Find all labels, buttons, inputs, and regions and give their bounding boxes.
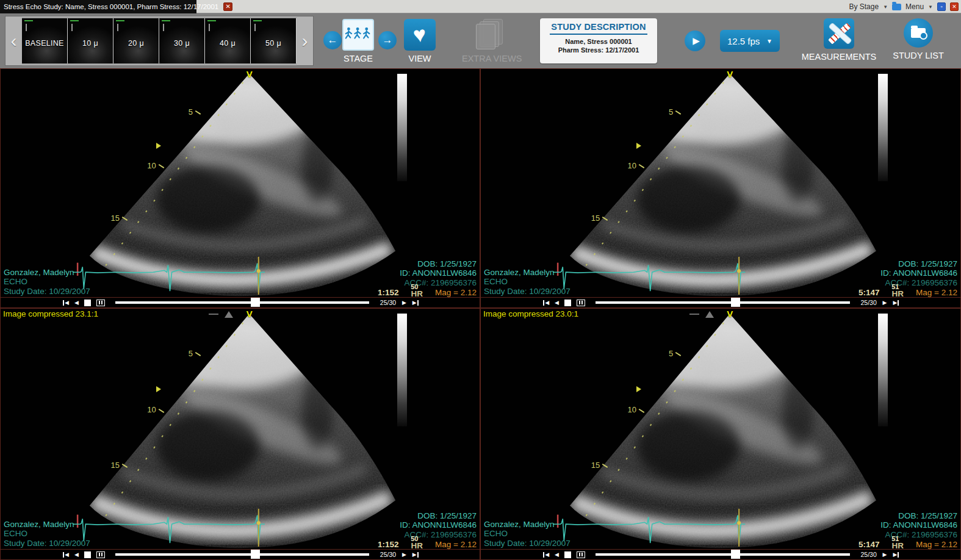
skip-last-frame-button[interactable]: ▶ (412, 552, 419, 558)
stop-button[interactable] (84, 300, 91, 306)
step-back-button[interactable]: ◀ (555, 552, 559, 558)
skip-first-frame-button[interactable]: ◀ (63, 300, 69, 306)
play-cine-button[interactable]: ▶ (402, 300, 406, 306)
quadrant-grid: V 5 10 15 Gonzalez, Madelyn ECHO Study D… (0, 68, 961, 560)
skip-last-frame-button[interactable]: ▶ (412, 300, 419, 306)
skip-first-frame-button[interactable]: ◀ (543, 552, 549, 558)
stop-button[interactable] (564, 300, 571, 306)
stage-thumb-label: 20 μ (113, 39, 159, 48)
modality-label: ECHO (4, 277, 90, 287)
stress-echo-app: Stress Echo Study: Name, Stress 000001, … (0, 0, 961, 560)
stage-thumb[interactable]: 10 μ (68, 18, 113, 63)
heart-rate-value: 51 (891, 284, 899, 290)
stage-thumb[interactable]: 50 μ (251, 18, 297, 63)
step-back-button[interactable]: ◀ (555, 300, 559, 306)
frame-index: 5:147 (858, 288, 880, 297)
echo-quadrant: Image compressed 23.0:1 V 5 10 15 Gonzal… (480, 308, 961, 560)
prev-stage-button[interactable]: ← (323, 31, 342, 49)
cine-scrubber[interactable] (596, 301, 850, 304)
stage-thumb[interactable]: 30 μ (159, 18, 205, 63)
apex-orientation-marker: V (247, 309, 253, 319)
study-date: Study Date: 10/29/2007 (484, 287, 570, 296)
patient-info: Gonzalez, Madelyn ECHO Study Date: 10/29… (4, 268, 90, 296)
play-cine-button[interactable]: ▶ (883, 552, 887, 558)
measurements-button[interactable]: MEASUREMENTS (799, 18, 879, 62)
pause-button[interactable] (96, 551, 105, 558)
depth-label-10: 10 (147, 161, 163, 170)
heart-rate: 51 HR (892, 284, 904, 297)
study-date: Study Date: 10/29/2007 (484, 539, 570, 548)
image-stats: 5:147 51 HR Mag = 2.12 (858, 284, 957, 297)
study-description-button[interactable]: STUDY DESCRIPTION Name, Stress 000001 Ph… (540, 18, 657, 63)
stop-button[interactable] (564, 551, 571, 558)
by-stage-dropdown[interactable]: By Stage (849, 2, 879, 11)
apex-orientation-marker: V (727, 69, 733, 79)
pause-button[interactable] (96, 300, 105, 306)
scrubber-thumb[interactable] (731, 550, 740, 559)
menu-folder-icon[interactable] (892, 4, 901, 10)
by-stage-caret-icon[interactable]: ▼ (883, 4, 888, 10)
play-cine-button[interactable]: ▶ (883, 300, 887, 306)
echo-quadrant: V 5 10 15 Gonzalez, Madelyn ECHO Study D… (0, 68, 480, 308)
menu-caret-icon[interactable]: ▼ (928, 4, 933, 10)
play-all-button[interactable]: ▶ (685, 31, 705, 51)
probe-marker-dash (209, 314, 218, 315)
measurements-label: MEASUREMENTS (802, 52, 876, 62)
image-stats: 1:152 50 HR Mag = 2.12 (378, 536, 477, 549)
stage-scroll-right[interactable]: › (297, 16, 313, 65)
step-back-button[interactable]: ◀ (74, 552, 79, 558)
scrubber-thumb[interactable] (731, 298, 740, 307)
cine-scrubber[interactable] (115, 553, 369, 556)
skip-first-frame-button[interactable]: ◀ (63, 552, 69, 558)
extra-views-button[interactable]: EXTRA VIEWS (462, 19, 522, 63)
ecg-trace (73, 508, 283, 548)
stage-thumb[interactable]: BASELINE (22, 18, 68, 63)
stage-thumb[interactable]: 40 μ (205, 18, 251, 63)
frame-counter: 25/30 (858, 299, 879, 306)
stage-button[interactable]: STAGE (342, 19, 374, 63)
tab-close-icon[interactable]: ✕ (223, 2, 232, 11)
heart-rate-label: HR (411, 542, 423, 549)
close-button[interactable]: ✕ (950, 2, 959, 11)
compression-label: Image compressed 23.1:1 (3, 309, 98, 318)
cine-transport-bar: ◀ ◀ 25/30 ▶ ▶ (1, 297, 480, 307)
echo-quadrant: Image compressed 23.1:1 V 5 10 15 Gonzal… (0, 308, 480, 560)
cine-scrubber[interactable] (596, 553, 850, 556)
stage-scroll-left[interactable]: ‹ (5, 16, 22, 65)
probe-marker (225, 311, 233, 318)
stage-thumb[interactable]: 20 μ (113, 18, 159, 63)
skip-last-frame-button[interactable]: ▶ (893, 552, 899, 558)
menu-dropdown[interactable]: Menu (905, 2, 924, 11)
study-tab-title: Stress Echo Study: Name, Stress 000001, … (4, 3, 218, 10)
depth-label-10: 10 (628, 405, 644, 414)
depth-label-15: 15 (591, 461, 607, 470)
scrubber-thumb[interactable] (251, 298, 260, 307)
heart-rate-label: HR (892, 542, 904, 549)
play-cine-button[interactable]: ▶ (402, 552, 406, 558)
patient-info: Gonzalez, Madelyn ECHO Study Date: 10/29… (484, 520, 570, 548)
pause-button[interactable] (577, 300, 585, 306)
probe-marker (705, 311, 714, 318)
grayscale-bar (397, 314, 407, 426)
next-stage-button[interactable]: → (378, 31, 397, 49)
magnification: Mag = 2.12 (435, 288, 477, 297)
skip-first-frame-button[interactable]: ◀ (543, 300, 549, 306)
cine-scrubber[interactable] (115, 301, 369, 304)
scrubber-thumb[interactable] (251, 550, 260, 559)
fps-dropdown[interactable]: 12.5 fps ▼ (720, 30, 780, 52)
stop-button[interactable] (84, 551, 91, 558)
minimize-button[interactable]: ▫ (937, 2, 946, 11)
frame-index: 1:152 (378, 288, 399, 297)
arrow-left-icon: ← (323, 31, 342, 49)
study-tab[interactable]: Stress Echo Study: Name, Stress 000001, … (0, 0, 196, 13)
patient-name: Gonzalez, Madelyn (4, 520, 90, 529)
patient-id: ID: ANONN1LW6846 (880, 520, 957, 530)
skip-last-frame-button[interactable]: ▶ (893, 300, 899, 306)
view-button[interactable]: ♥ VIEW (404, 19, 436, 63)
patient-name: Gonzalez, Madelyn (484, 268, 570, 278)
study-list-button[interactable]: STUDY LIST (888, 18, 949, 60)
pause-button[interactable] (577, 551, 585, 558)
stage-thumb-label: 10 μ (68, 39, 113, 48)
modality-label: ECHO (484, 277, 570, 287)
step-back-button[interactable]: ◀ (74, 300, 79, 306)
